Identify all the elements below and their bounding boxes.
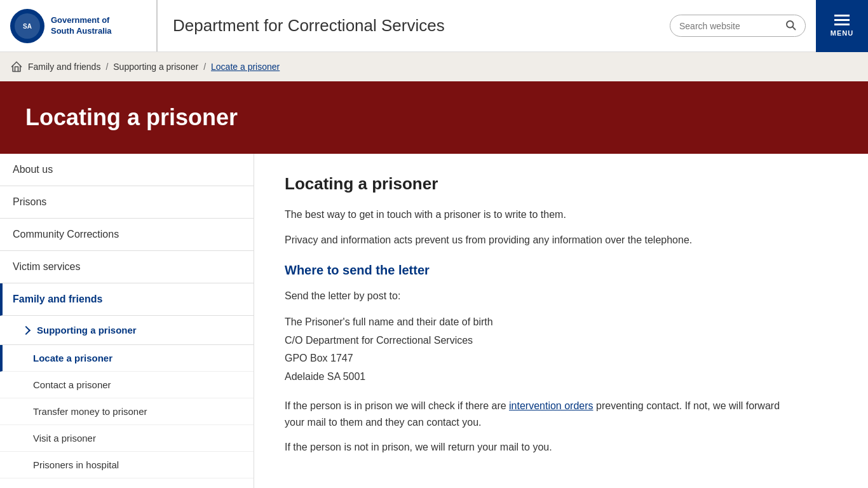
content-heading: Locating a prisoner — [285, 174, 796, 194]
content-para4: If the person is not in prison, we will … — [285, 439, 796, 456]
hero-banner: Locating a prisoner — [0, 81, 868, 154]
sidebar-child-contact-prisoner[interactable]: Contact a prisoner — [0, 372, 254, 398]
main-layout: About us Prisons Community Corrections V… — [0, 154, 868, 488]
chevron-down-icon — [22, 325, 31, 334]
address-block: The Prisoner's full name and their date … — [285, 313, 796, 386]
search-icon — [785, 19, 796, 30]
site-header: SA Government of South Australia Departm… — [0, 0, 868, 52]
search-area — [660, 15, 816, 37]
hamburger-line-3 — [834, 24, 850, 25]
menu-label: MENU — [831, 29, 853, 37]
content-para3: If the person is in prison we will check… — [285, 398, 796, 430]
sidebar: About us Prisons Community Corrections V… — [0, 154, 254, 488]
search-button[interactable] — [785, 19, 796, 32]
sidebar-item-family-friends[interactable]: Family and friends — [0, 283, 254, 316]
hero-title: Locating a prisoner — [25, 104, 238, 131]
sidebar-sub-label: Supporting a prisoner — [37, 325, 137, 336]
breadcrumb-family-friends[interactable]: Family and friends — [28, 62, 100, 72]
dept-title: Department for Correctional Services — [158, 16, 660, 36]
intervention-orders-link[interactable]: intervention orders — [509, 400, 593, 411]
send-intro: Send the letter by post to: — [285, 288, 796, 304]
sidebar-child-prisoners-hospital[interactable]: Prisoners in hospital — [0, 452, 254, 478]
logo-text: Government of South Australia — [51, 15, 112, 37]
content-para1: The best way to get in touch with a pris… — [285, 207, 796, 223]
sidebar-child-locate-prisoner[interactable]: Locate a prisoner — [0, 345, 254, 372]
sa-government-logo: SA — [10, 9, 44, 43]
section-heading-where-to-send: Where to send the letter — [285, 263, 796, 278]
breadcrumb-supporting-prisoner[interactable]: Supporting a prisoner — [113, 62, 198, 72]
breadcrumb-sep-1: / — [105, 62, 108, 72]
address-line2: C/O Department for Correctional Services — [285, 332, 796, 350]
logo-section: SA Government of South Australia — [0, 0, 158, 51]
para3-before: If the person is in prison we will check… — [285, 400, 509, 411]
breadcrumb-current: Locate a prisoner — [211, 62, 280, 72]
sidebar-item-prisons[interactable]: Prisons — [0, 186, 254, 219]
sidebar-child-visit-prisoner[interactable]: Visit a prisoner — [0, 425, 254, 452]
address-line3: GPO Box 1747 — [285, 349, 796, 368]
breadcrumb-sep-2: / — [203, 62, 206, 72]
content-para2: Privacy and information acts prevent us … — [285, 232, 796, 248]
breadcrumb: Family and friends / Supporting a prison… — [0, 52, 868, 81]
content-area: Locating a prisoner The best way to get … — [254, 154, 826, 488]
address-line1: The Prisoner's full name and their date … — [285, 313, 796, 332]
svg-line-4 — [792, 27, 795, 29]
search-box[interactable] — [670, 15, 806, 37]
address-line4: Adelaide SA 5001 — [285, 368, 796, 386]
sidebar-item-victim-services[interactable]: Victim services — [0, 251, 254, 283]
sidebar-child-transfer-money[interactable]: Transfer money to prisoner — [0, 398, 254, 425]
sidebar-sub-supporting-prisoner[interactable]: Supporting a prisoner — [0, 316, 254, 345]
svg-text:SA: SA — [23, 23, 32, 30]
search-input[interactable] — [679, 21, 781, 31]
menu-button[interactable]: MENU — [816, 0, 868, 52]
hamburger-line-2 — [834, 19, 850, 21]
sidebar-item-community-corrections[interactable]: Community Corrections — [0, 219, 254, 251]
hamburger-line-1 — [834, 15, 850, 17]
home-icon[interactable] — [10, 60, 23, 73]
sidebar-item-about-us[interactable]: About us — [0, 154, 254, 186]
